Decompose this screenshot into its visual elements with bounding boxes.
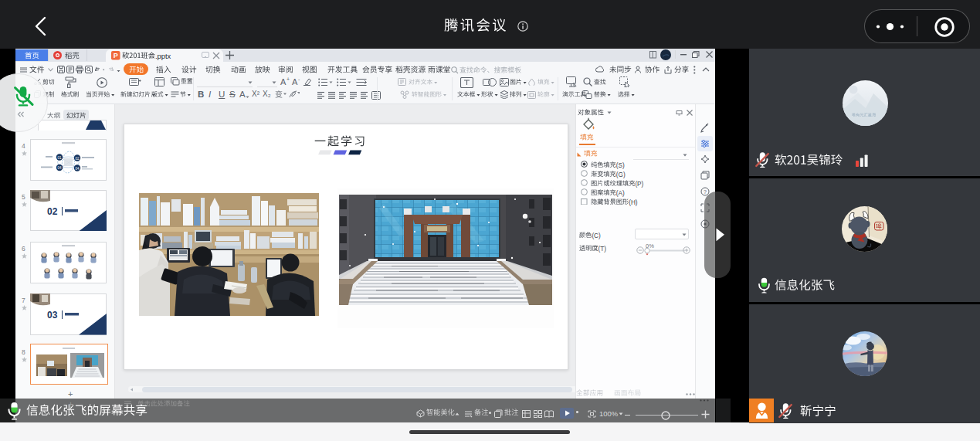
svg-text:?: ? (704, 189, 707, 195)
svg-text:(T): (T) (599, 246, 607, 253)
svg-text:P: P (114, 52, 118, 59)
svg-text:(H): (H) (629, 199, 638, 206)
svg-text:(S): (S) (616, 162, 625, 169)
svg-text:(P): (P) (635, 181, 643, 188)
svg-text:02: 02 (75, 157, 80, 161)
svg-text:.pptx: .pptx (155, 52, 171, 60)
svg-text:03: 03 (47, 310, 58, 321)
svg-text:04: 04 (57, 166, 62, 170)
svg-text:04: 04 (75, 167, 80, 171)
svg-text:02: 02 (47, 206, 58, 217)
svg-text:01: 01 (57, 156, 62, 160)
svg-text:(C): (C) (592, 232, 601, 239)
svg-text:(G): (G) (616, 171, 626, 178)
svg-text:(A): (A) (616, 190, 625, 197)
svg-text:0%: 0% (646, 243, 654, 249)
